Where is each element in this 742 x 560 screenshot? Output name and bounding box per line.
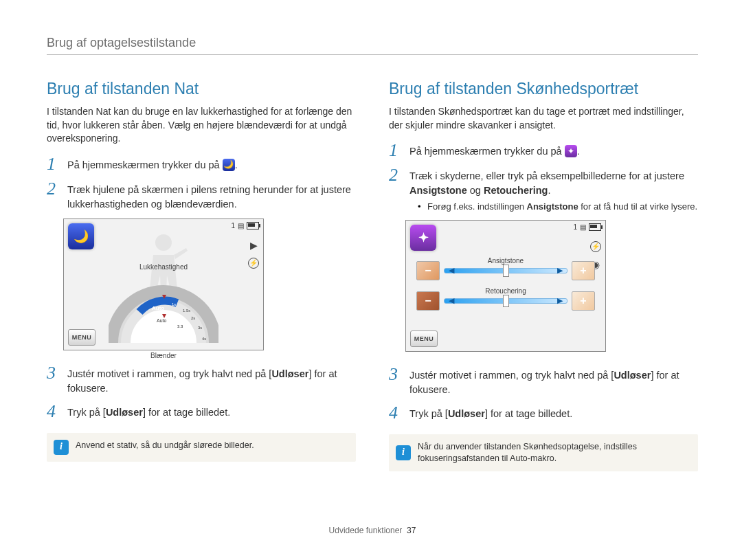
step-number: 2: [389, 166, 403, 213]
retouch-slider[interactable]: ◀▶: [444, 298, 567, 304]
step-number: 3: [47, 364, 60, 396]
column-beauty-mode: Brug af tilstanden Skønhedsportræt I til…: [389, 80, 698, 471]
facetone-slider-row: − Ansigtstone ◀▶ +: [416, 261, 595, 280]
night-mode-icon: 🌙: [223, 159, 235, 171]
flash-icon: ⚡: [248, 258, 259, 269]
step-number: 1: [389, 142, 403, 159]
battery-icon: [589, 223, 601, 231]
step-1-beauty: På hjemmeskærmen trykker du på ✦.: [409, 142, 698, 159]
heading-night: Brug af tilstanden Nat: [47, 80, 356, 98]
thumb-plus[interactable]: +: [572, 291, 595, 311]
night-mode-icon: 🌙: [68, 223, 94, 249]
svg-text:1s: 1s: [172, 302, 176, 306]
thumb-minus[interactable]: −: [416, 261, 440, 280]
step-number: 4: [47, 403, 60, 421]
beauty-mode-icon: ✦: [565, 145, 577, 157]
note-icon: i: [54, 440, 69, 455]
heading-beauty: Brug af tilstanden Skønhedsportræt: [389, 80, 698, 98]
svg-text:Auto: Auto: [157, 318, 167, 323]
step-number: 3: [389, 366, 403, 397]
retouch-slider-row: − Retouchering ◀▶ +: [416, 291, 595, 311]
image-counter: 1: [573, 223, 577, 231]
step-3-night: Justér motivet i rammen, og tryk halvt n…: [67, 364, 356, 396]
svg-text:3.3: 3.3: [177, 324, 183, 328]
thumb-minus[interactable]: −: [416, 291, 440, 311]
svg-text:4s: 4s: [202, 337, 206, 341]
battery-icon: [247, 222, 259, 229]
step-number: 4: [389, 404, 403, 422]
play-icon: ▶: [250, 240, 258, 251]
camera-beauty-screenshot: ✦ 1 ▤ ⚡ ◉ − Ansigtstone: [405, 220, 606, 352]
camera-night-screenshot: 🌙 1 ▤ ▶ ⚡ Lukkehastighed: [63, 219, 264, 350]
facetone-slider[interactable]: ◀▶: [444, 268, 567, 273]
sd-card-icon: ▤: [238, 222, 244, 229]
breadcrumb: Brug af optagelsestilstande: [47, 36, 698, 55]
svg-text:3s: 3s: [198, 326, 202, 330]
step-number: 1: [47, 155, 60, 173]
sd-card-icon: ▤: [580, 223, 586, 231]
step-3-beauty: Justér motivet i rammen, og tryk halvt n…: [409, 366, 698, 397]
thumb-plus[interactable]: +: [572, 261, 595, 280]
intro-night: I tilstanden Nat kan du bruge en lav luk…: [47, 105, 356, 146]
step-4-night: Tryk på [Udløser] for at tage billedet.: [67, 403, 356, 421]
column-night-mode: Brug af tilstanden Nat I tilstanden Nat …: [47, 80, 356, 471]
step-4-beauty: Tryk på [Udløser] for at tage billedet.: [409, 404, 698, 422]
svg-text:2s: 2s: [191, 316, 195, 320]
step-2-night: Træk hjulene på skærmen i pilens retning…: [67, 180, 356, 212]
menu-button[interactable]: MENU: [68, 329, 95, 346]
step-2-beauty: Træk i skyderne, eller tryk på eksempelb…: [409, 166, 698, 213]
image-counter: 1: [231, 222, 235, 229]
menu-button[interactable]: MENU: [410, 331, 438, 347]
info-box-beauty: i Når du anvender tilstanden Skønhedsopt…: [389, 434, 698, 471]
step-1-night: På hjemmeskærmen trykker du på 🌙.: [67, 155, 356, 173]
page-footer: Udvidede funktioner 37: [47, 526, 698, 535]
beauty-mode-icon: ✦: [410, 225, 436, 251]
info-box-night: i Anvend et stativ, så du undgår slørede…: [47, 433, 356, 462]
exposure-dial: Lukkehastighed Auto 1s 1.5s 2s 3s 4s: [109, 274, 218, 350]
note-icon: i: [396, 445, 411, 460]
step-number: 2: [47, 180, 60, 212]
svg-text:Auto: Auto: [152, 305, 164, 311]
svg-text:1.5s: 1.5s: [183, 309, 190, 313]
intro-beauty: I tilstanden Skønhedsportræt kan du tage…: [389, 105, 698, 132]
